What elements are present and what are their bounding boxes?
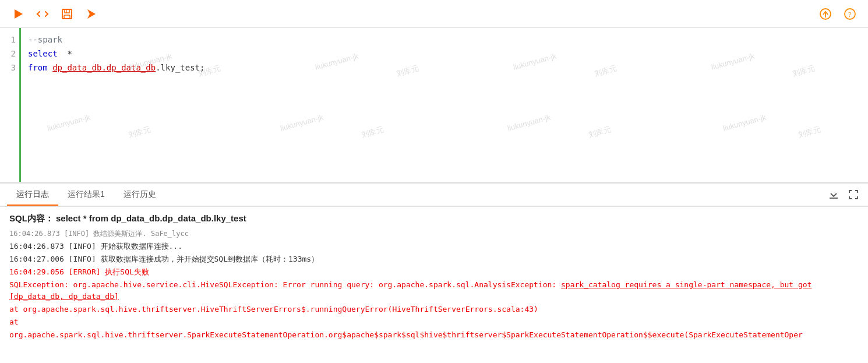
log-line-1: 16:04:26.873 [INFO] 开始获取数据库连接... <box>9 241 859 252</box>
log-line-truncated: 16:04:26.873 [INFO] 数结源美斯迈洋. SaFe_lycc <box>9 228 859 239</box>
log-error-2: SQLException: org.apache.hive.service.cl… <box>9 279 859 302</box>
log-content[interactable]: SQL内容： select * from dp_data_db.dp_data_… <box>0 207 868 363</box>
code-keyword-select: select <box>28 47 58 61</box>
flag-button[interactable] <box>83 5 100 23</box>
sql-summary: SQL内容： select * from dp_data_db.dp_data_… <box>9 213 859 224</box>
toolbar-right: ? <box>817 5 859 23</box>
code-select-rest: * <box>58 47 72 61</box>
tabs-right <box>826 187 861 202</box>
code-button[interactable] <box>34 5 51 23</box>
code-keyword-from: from <box>28 61 52 75</box>
code-line-1: --spark <box>28 33 861 47</box>
code-line-3: from dp_data_db.dp_data_db.lky_test; <box>28 61 861 75</box>
tab-run-log[interactable]: 运行日志 <box>7 185 58 206</box>
log-error-4: at <box>9 316 859 328</box>
sql-summary-label: SQL内容： <box>9 213 54 223</box>
line-numbers: 1 2 3 <box>0 28 21 182</box>
log-error-3: at org.apache.spark.sql.hive.thriftserve… <box>9 304 859 315</box>
log-error-5: org.apache.spark.sql.hive.thriftserver.S… <box>9 329 859 341</box>
upload-button[interactable] <box>817 5 834 23</box>
toolbar: ? <box>0 0 868 28</box>
svg-marker-0 <box>15 9 23 19</box>
tab-run-result[interactable]: 运行结果1 <box>58 185 114 206</box>
svg-marker-5 <box>87 9 96 19</box>
code-line-2: select * <box>28 47 861 61</box>
fullscreen-icon[interactable] <box>846 187 861 202</box>
svg-text:?: ? <box>848 10 852 19</box>
log-line-2: 16:04:27.006 [INFO] 获取数据库连接成功，并开始提交SQL到数… <box>9 253 859 265</box>
tabs-bar: 运行日志 运行结果1 运行历史 <box>0 184 868 207</box>
log-error-1: 16:04:29.056 [ERROR] 执行SQL失败 <box>9 266 859 278</box>
code-comment: --spark <box>28 33 62 47</box>
code-table-rest: .lky_test; <box>156 61 204 75</box>
tabs-left: 运行日志 运行结果1 运行历史 <box>7 185 165 205</box>
toolbar-left <box>9 5 100 23</box>
bottom-panel: 运行日志 运行结果1 运行历史 <box>0 182 868 363</box>
download-icon[interactable] <box>826 187 841 202</box>
tab-run-history[interactable]: 运行历史 <box>114 185 165 206</box>
sql-summary-value: select * from dp_data_db.dp_data_db.lky_… <box>56 213 246 223</box>
code-table-underline: dp_data_db.dp_data_db <box>52 61 156 75</box>
code-content[interactable]: --spark select * from dp_data_db.dp_data… <box>21 28 868 182</box>
save-button[interactable] <box>58 5 76 23</box>
editor-area: 1 2 3 --spark select * from dp_data_db.d… <box>0 28 868 182</box>
help-button[interactable]: ? <box>841 5 859 23</box>
run-button[interactable] <box>9 5 27 23</box>
